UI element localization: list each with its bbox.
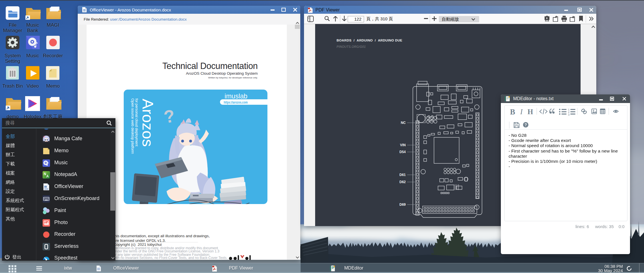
svg-text:PINOUTS.ORG/G01: PINOUTS.ORG/G01 bbox=[337, 45, 366, 48]
svg-text:A: A bbox=[46, 174, 49, 178]
svg-text:D54: D54 bbox=[399, 150, 406, 154]
svg-text:NC: NC bbox=[401, 121, 406, 125]
svg-text:D62: D62 bbox=[399, 180, 406, 184]
svg-text:?: ? bbox=[525, 122, 527, 127]
svg-text:Arozos: Arozos bbox=[139, 99, 157, 147]
svg-text:N: N bbox=[44, 172, 46, 176]
svg-text:imuslab: imuslab bbox=[225, 92, 247, 100]
svg-text:D61: D61 bbox=[399, 173, 406, 177]
svg-text:for personal cloud deployment: for personal cloud deployment bbox=[135, 98, 139, 147]
svg-text:D69: D69 bbox=[399, 203, 406, 207]
svg-text:VIN: VIN bbox=[400, 143, 406, 147]
svg-text:BOARDS / ARDUINO / ARDUINO: BOARDS / ARDUINO / ARDUINO DUE bbox=[337, 39, 402, 42]
svg-text:Open source web desktop platfo: Open source web desktop platform bbox=[131, 98, 135, 154]
svg-text:H: H bbox=[527, 108, 533, 116]
svg-text:I: I bbox=[520, 108, 523, 116]
svg-text:https://arozos.com: https://arozos.com bbox=[224, 100, 248, 104]
svg-text:B: B bbox=[510, 108, 515, 116]
svg-text:3: 3 bbox=[568, 113, 569, 116]
